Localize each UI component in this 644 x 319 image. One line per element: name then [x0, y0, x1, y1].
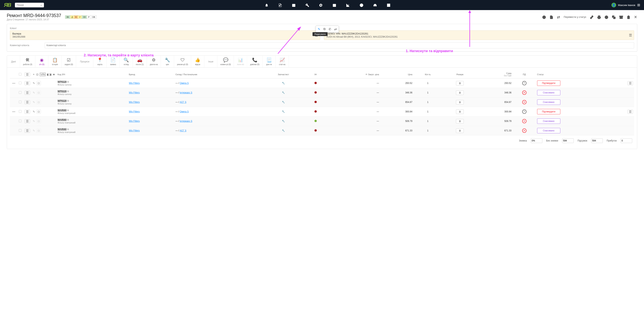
cancel-x-icon[interactable]: ✕ [522, 100, 526, 104]
collapse-button[interactable]: — [11, 110, 16, 113]
status-button[interactable]: Підтвердити [537, 109, 560, 114]
tab-request[interactable]: 📄заявка [106, 56, 120, 68]
edit-icon[interactable]: ✎ [317, 27, 321, 31]
pill-ov[interactable]: ОВ [91, 16, 96, 19]
brand-link[interactable]: Wix Filters [129, 110, 140, 113]
status-button[interactable]: Підтвердити [537, 80, 560, 86]
row-checkbox[interactable] [19, 120, 22, 122]
pill-u[interactable]: У [78, 16, 82, 19]
tab-calls[interactable]: 📞дзвінки (0) [247, 56, 262, 68]
tab-posts[interactable]: 🚗пости (1) [133, 56, 147, 68]
row-edit-icon[interactable]: ✎ [32, 91, 36, 95]
wrench-icon[interactable] [305, 3, 309, 7]
brand-link[interactable]: Wix Filters [129, 101, 140, 104]
discount-input[interactable] [531, 138, 542, 143]
tab-shop[interactable]: 🔧цех [161, 56, 174, 68]
supplier-link[interactable]: Інтеркарс S [180, 91, 192, 94]
row-checkbox[interactable] [19, 82, 22, 84]
file-plus-icon[interactable] [278, 3, 282, 7]
tab-feedback[interactable]: 👍відгук [191, 56, 204, 68]
tab-review[interactable]: 🔍огляд [120, 56, 133, 68]
reserve-input[interactable] [456, 119, 464, 123]
user-area[interactable]: 👤 Максим Іванов ⊞ [612, 3, 640, 7]
phone-popup-icon[interactable]: ✆ [328, 27, 332, 31]
status-button[interactable]: Скасовано [537, 118, 560, 124]
copy-code-icon[interactable]: ⧉ [67, 80, 69, 83]
pill-d[interactable]: Д [70, 16, 74, 19]
scan-icon[interactable]: ⊡ [36, 73, 38, 76]
row-edit-icon[interactable]: ✎ [32, 100, 36, 104]
reserve-input[interactable] [456, 91, 464, 95]
tab-recom[interactable]: 🛡реком-ції (0) [174, 56, 191, 68]
gear-icon[interactable] [319, 3, 323, 7]
row-edit-icon[interactable]: ✎ [32, 129, 36, 133]
part-code-link[interactable]: WP9328 [58, 80, 66, 83]
cancel-x-icon[interactable]: ✕ [522, 119, 526, 123]
row-drag-button[interactable]: ☰ [24, 81, 30, 85]
delete-icon[interactable] [626, 15, 630, 19]
tab-diag[interactable]: ⚙діагно-ка [147, 56, 161, 68]
question-icon[interactable]: ? [522, 81, 526, 85]
tab-history[interactable]: 📋історія [48, 56, 62, 68]
apps-icon[interactable]: ⊞ [637, 3, 640, 7]
star-icon[interactable]: ★ [53, 73, 55, 76]
tab-logs[interactable]: 📊логи н/з [234, 56, 247, 68]
copy-code-icon[interactable]: ⧉ [67, 99, 69, 102]
search-box[interactable]: ⌕ [15, 3, 44, 7]
part-code-link[interactable]: WA9580 [58, 128, 66, 131]
reserve-input[interactable] [456, 129, 464, 133]
row-drag-button[interactable]: ☰ [24, 129, 30, 133]
reserve-input[interactable] [456, 81, 464, 86]
money-icon[interactable] [604, 15, 608, 19]
row-config-icon[interactable]: ⊡ [36, 110, 41, 114]
pill-k[interactable]: К [74, 16, 78, 19]
tab-comments[interactable]: 💬комен-рі (0) [218, 56, 234, 68]
row-config-icon[interactable]: ⊡ [36, 119, 41, 123]
print-icon[interactable] [597, 15, 601, 19]
reserve-input[interactable] [456, 110, 464, 114]
comment-input[interactable] [45, 42, 634, 49]
transfer-status-label[interactable]: Перевести у статус [564, 16, 586, 19]
tab-works[interactable]: 🛠роботи (3) [20, 56, 35, 68]
tab-processes[interactable]: Процеси [76, 56, 93, 68]
header-checkbox[interactable] [19, 73, 22, 76]
copy-code-icon[interactable]: ⧉ [67, 90, 69, 93]
status-button[interactable]: Скасовано [537, 90, 560, 95]
pill-zk[interactable]: ЗК [65, 16, 70, 19]
row-config-icon[interactable]: ⊡ [36, 81, 41, 85]
row-drag-button[interactable]: ☰ [24, 91, 30, 95]
without-input[interactable] [562, 138, 574, 143]
barcode-icon[interactable]: ▮▯▮ [47, 73, 52, 76]
chart-icon[interactable] [346, 3, 350, 7]
calendar-user-icon[interactable] [332, 3, 336, 7]
vehicle-box[interactable]: 4323CI, VIN: WAUZZZ8K2DA220261 AUDI A4 A… [324, 31, 634, 40]
supplier-link[interactable]: Інтеркарс S [180, 120, 192, 123]
cancel-x-icon[interactable]: ✕ [522, 91, 526, 95]
row-checkbox[interactable] [19, 101, 22, 103]
search-input[interactable] [17, 4, 40, 7]
pill-r[interactable]: Р [87, 16, 91, 19]
tab-tasks[interactable]: ☑задачі (0) [62, 56, 76, 68]
reserve-input[interactable] [456, 100, 464, 105]
calendar-check-icon[interactable] [292, 3, 296, 7]
vehicle-menu-button[interactable]: ☰ [629, 33, 632, 37]
subtotal-input[interactable] [591, 138, 603, 143]
wrench-cell-icon[interactable]: 🔧 [282, 110, 285, 113]
supplier-link[interactable]: Омега S [180, 110, 188, 113]
part-code-link[interactable]: WA9580 [58, 109, 66, 112]
copy-icon[interactable] [612, 15, 616, 19]
pill-zz[interactable]: ЗЗ [82, 16, 87, 19]
swap-popup-icon[interactable]: ⇄ [334, 27, 338, 31]
row-menu-button[interactable]: ☰ [628, 81, 633, 85]
profit-input[interactable] [620, 138, 632, 143]
status-button[interactable]: Скасовано [537, 128, 560, 133]
transfer-icon[interactable]: ⇄ [557, 15, 560, 19]
supplier-link[interactable]: АСГ S [180, 101, 186, 104]
tab-map[interactable]: 📍карта [93, 56, 106, 68]
part-code-link[interactable]: WP9328 [58, 99, 66, 102]
row-drag-button[interactable]: ☰ [24, 100, 30, 104]
row-checkbox[interactable] [19, 110, 22, 113]
row-checkbox[interactable] [19, 91, 22, 94]
wrench-cell-icon[interactable]: 🔧 [282, 120, 285, 123]
brand-link[interactable]: Wix Filters [129, 82, 140, 85]
